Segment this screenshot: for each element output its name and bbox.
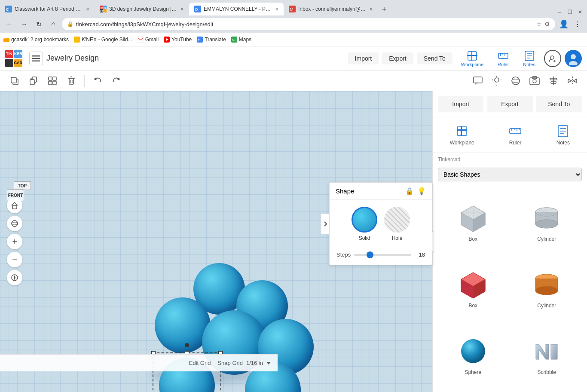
svg-text:T: T (198, 38, 200, 42)
panel-send-to-button[interactable]: Send To (536, 96, 582, 112)
panel-export-button[interactable]: Export (487, 96, 532, 112)
address-bar-icons: ☆ ⚙ (536, 21, 550, 28)
tab4-close[interactable]: × (370, 6, 373, 12)
panel-import-button[interactable]: Import (438, 96, 483, 112)
hole-circle (384, 207, 410, 233)
mirror-button[interactable] (565, 73, 580, 89)
sphere-blue-icon (456, 336, 490, 367)
svg-rect-8 (103, 9, 107, 12)
hole-type[interactable]: Hole (384, 207, 410, 241)
notes-button[interactable]: Notes (518, 48, 541, 69)
shape-item-cylinder-gray[interactable]: Cylinder (510, 189, 584, 255)
bookmark-translate[interactable]: T Translate (197, 37, 226, 43)
zoom-in-button[interactable]: + (7, 234, 22, 249)
refresh-button[interactable]: ↻ (33, 18, 45, 30)
account-icon[interactable]: 👤 (558, 18, 570, 30)
duplicate-button[interactable] (26, 73, 41, 89)
minimize-button[interactable]: ─ (556, 9, 563, 15)
popup-collapse-icon (323, 221, 327, 227)
home-button[interactable]: ⌂ (47, 18, 59, 30)
export-button[interactable]: Export (382, 52, 413, 64)
lighting-button[interactable] (489, 73, 504, 89)
info-icon[interactable]: 💡 (417, 187, 426, 195)
panel-notes-label: Notes (556, 140, 570, 146)
tab1-favicon: C (5, 6, 12, 12)
group-button[interactable] (45, 73, 60, 89)
logo-ker: KER (14, 50, 23, 58)
tab3-favicon: D (194, 6, 201, 12)
steps-slider[interactable] (354, 254, 411, 256)
shape-item-sphere-blue[interactable]: Sphere (436, 322, 510, 389)
forward-button[interactable]: → (18, 18, 30, 30)
view-cube[interactable]: TOP FRONT (7, 181, 38, 212)
tab1-title: Classwork for Art 8 Period 1, MF (15, 6, 83, 12)
align-button[interactable] (546, 73, 561, 89)
restore-button[interactable]: ❐ (566, 9, 573, 15)
tab2-close[interactable]: × (180, 6, 184, 12)
tab-classwork[interactable]: C Classwork for Art 8 Period 1, MF × (0, 3, 95, 15)
snap-grid-dropdown-icon[interactable] (266, 362, 271, 364)
menu-icon (32, 55, 40, 62)
zoom-out-button[interactable]: − (7, 252, 22, 267)
view-cube-front[interactable]: FRONT (7, 189, 24, 201)
panel-workplane-tool[interactable]: Workplane (443, 121, 481, 149)
shape-label-sphere: Sphere (465, 369, 481, 375)
shape-category-dropdown[interactable]: Basic Shapes (438, 168, 582, 181)
lock-icon[interactable]: 🔒 (405, 187, 414, 195)
bookmark-knex[interactable]: K'NEX - Google Slid... (74, 37, 132, 43)
shape-item-box-gray[interactable]: Box (436, 189, 510, 255)
address-bar[interactable]: 🔒 tinkercad.com/things/l3pSkWXCmqf-jewel… (62, 18, 555, 30)
copy-button[interactable] (7, 73, 22, 89)
close-button[interactable]: ✕ (577, 9, 584, 15)
settings-icon[interactable]: ⋮ (572, 18, 584, 30)
logo-cad: CAD (14, 59, 23, 67)
bookmark-maps[interactable]: M Maps (231, 37, 251, 43)
extension-icon[interactable]: ⚙ (544, 21, 550, 28)
bookmark-youtube[interactable]: YouTube (164, 37, 192, 43)
tab-tinkercad[interactable]: TIN KER CAD 3D design Jewelry Design | T… (95, 3, 189, 15)
new-tab-button[interactable]: + (378, 3, 390, 15)
undo-icon (93, 76, 102, 86)
workplane-button[interactable]: Workplane (456, 48, 489, 69)
panel-ruler-tool[interactable]: Ruler (501, 121, 529, 149)
redo-button[interactable] (109, 73, 124, 89)
orbit-button[interactable] (7, 216, 22, 231)
comment-button[interactable] (470, 73, 486, 89)
panel-ruler-label: Ruler (509, 140, 522, 146)
svg-marker-79 (14, 275, 15, 280)
delete-button[interactable] (64, 73, 79, 89)
compass-button[interactable] (7, 270, 22, 285)
ruler-button[interactable]: Ruler (492, 48, 514, 69)
user-avatar[interactable] (565, 50, 582, 67)
shape-popup-collapse[interactable] (321, 214, 329, 234)
bookmark-star-icon[interactable]: ☆ (536, 21, 542, 28)
back-button[interactable]: ← (3, 18, 15, 30)
shape-steps-control: Steps 18 (330, 248, 432, 265)
shape-outline-button[interactable] (508, 73, 523, 89)
tab3-close[interactable]: × (275, 6, 278, 12)
send-to-button[interactable]: Send To (417, 52, 452, 64)
snap-grid-control[interactable]: Snap Grid 1/16 in (217, 360, 271, 366)
import-button[interactable]: Import (348, 52, 379, 64)
tinkercad-logo[interactable]: TIN KER CAD (5, 50, 22, 67)
view-cube-top[interactable]: TOP (14, 181, 31, 190)
tab-inbox[interactable]: M Inbox - connellyemmalyn@gcas... × (284, 3, 378, 15)
undo-button[interactable] (90, 73, 105, 89)
box-red-icon (456, 269, 490, 300)
shape-item-scribble[interactable]: Scribble (510, 322, 584, 389)
shape-item-cylinder-orange[interactable]: Cylinder (510, 255, 584, 322)
svg-rect-25 (32, 60, 40, 61)
shape-item-box-red[interactable]: Box (436, 255, 510, 322)
tab1-close[interactable]: × (86, 6, 89, 12)
tab-emmalyn[interactable]: D EMMALYN CONNELLY - Photo Do... × (189, 3, 284, 15)
bookmark-gcasdk[interactable]: gcasdk12.org bookmarks (3, 37, 69, 43)
shape-label-box-red: Box (468, 303, 477, 309)
edit-grid-label[interactable]: Edit Grid (189, 360, 211, 366)
menu-icon-button[interactable] (29, 52, 43, 65)
add-user-button[interactable] (544, 50, 561, 67)
camera-button[interactable] (527, 73, 542, 89)
svg-rect-24 (32, 58, 40, 59)
solid-type[interactable]: Solid (352, 207, 377, 241)
bookmark-gmail[interactable]: Gmail (138, 37, 159, 43)
panel-notes-tool[interactable]: Notes (549, 121, 577, 149)
